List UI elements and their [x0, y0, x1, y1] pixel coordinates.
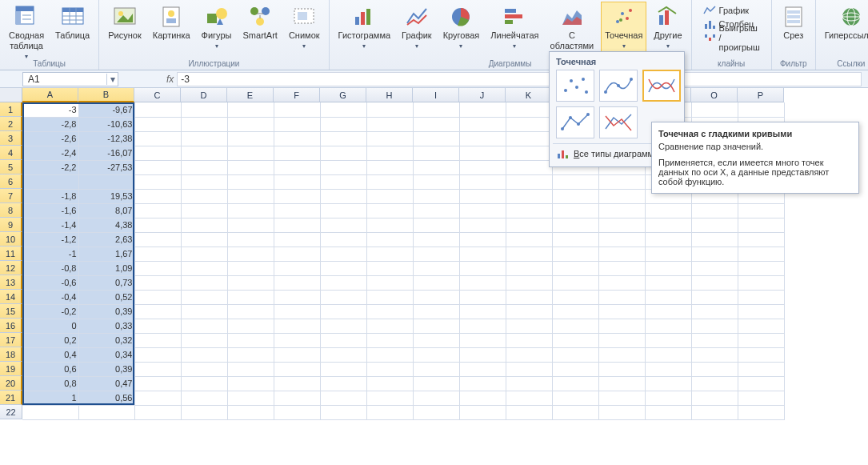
cell-A14[interactable]: -0,4: [22, 290, 78, 304]
cell-P20[interactable]: [738, 376, 784, 391]
cell-F3[interactable]: [274, 131, 320, 146]
cell-B20[interactable]: 0,47: [78, 376, 134, 391]
cell-K12[interactable]: [506, 261, 552, 275]
pivot-table-button[interactable]: Сводная таблица ▾: [5, 2, 48, 56]
cell-P11[interactable]: [738, 247, 784, 261]
cell-B2[interactable]: -10,63: [78, 117, 134, 131]
cell-I12[interactable]: [413, 261, 459, 275]
cell-C22[interactable]: [134, 405, 181, 419]
cell-K9[interactable]: [506, 218, 552, 232]
cell-E6[interactable]: [227, 174, 274, 189]
cell-G22[interactable]: [320, 405, 366, 419]
cell-O8[interactable]: [691, 203, 738, 218]
cell-J14[interactable]: [459, 290, 506, 304]
cell-F11[interactable]: [274, 247, 320, 261]
cell-D10[interactable]: [181, 232, 227, 247]
cell-B11[interactable]: 1,67: [78, 247, 134, 261]
cell-P17[interactable]: [738, 333, 784, 347]
cell-I2[interactable]: [413, 117, 459, 131]
cell-O13[interactable]: [691, 275, 738, 290]
cell-G3[interactable]: [320, 131, 366, 146]
cell-G12[interactable]: [320, 261, 366, 275]
cell-B7[interactable]: 19,53: [78, 189, 134, 203]
cell-K13[interactable]: [506, 275, 552, 290]
cell-E19[interactable]: [227, 362, 274, 376]
screenshot-button[interactable]: Снимок ▾: [285, 2, 324, 56]
cell-O19[interactable]: [691, 362, 738, 376]
picture-button[interactable]: Рисунок: [104, 2, 146, 56]
cell-B16[interactable]: 0,33: [78, 319, 134, 333]
cell-K1[interactable]: [506, 102, 552, 117]
row-header-3[interactable]: 3: [0, 131, 22, 146]
hyperlink-button[interactable]: Гиперссылка: [821, 2, 868, 56]
cell-M16[interactable]: [598, 319, 645, 333]
cell-E12[interactable]: [227, 261, 274, 275]
cell-J3[interactable]: [459, 131, 506, 146]
cell-P16[interactable]: [738, 319, 784, 333]
cell-K10[interactable]: [506, 232, 552, 247]
cell-A7[interactable]: -1,8: [22, 189, 78, 203]
cell-E4[interactable]: [227, 146, 274, 160]
scatter-smooth-markers[interactable]: [599, 70, 638, 102]
cell-F19[interactable]: [274, 362, 320, 376]
cell-B4[interactable]: -16,07: [78, 146, 134, 160]
cell-I21[interactable]: [413, 391, 459, 405]
cell-L8[interactable]: [552, 203, 598, 218]
cell-J20[interactable]: [459, 376, 506, 391]
select-all-corner[interactable]: [0, 88, 22, 102]
cell-G13[interactable]: [320, 275, 366, 290]
cell-A15[interactable]: -0,2: [22, 304, 78, 319]
cell-L6[interactable]: [552, 174, 598, 189]
cell-B12[interactable]: 1,09: [78, 261, 134, 275]
cell-D9[interactable]: [181, 218, 227, 232]
cell-E11[interactable]: [227, 247, 274, 261]
cell-C21[interactable]: [134, 391, 181, 405]
cell-J8[interactable]: [459, 203, 506, 218]
cell-D8[interactable]: [181, 203, 227, 218]
cell-G18[interactable]: [320, 347, 366, 362]
row-header-10[interactable]: 10: [0, 232, 22, 247]
cell-E10[interactable]: [227, 232, 274, 247]
cell-F1[interactable]: [274, 102, 320, 117]
cell-F14[interactable]: [274, 290, 320, 304]
cell-D21[interactable]: [181, 391, 227, 405]
row-header-9[interactable]: 9: [0, 218, 22, 232]
row-header-5[interactable]: 5: [0, 160, 22, 174]
cell-D15[interactable]: [181, 304, 227, 319]
cell-E22[interactable]: [227, 405, 274, 419]
cell-D12[interactable]: [181, 261, 227, 275]
cell-H19[interactable]: [366, 362, 413, 376]
cell-C16[interactable]: [134, 319, 181, 333]
cell-H2[interactable]: [366, 117, 413, 131]
cell-O9[interactable]: [691, 218, 738, 232]
cell-F16[interactable]: [274, 319, 320, 333]
sparkline-line-button[interactable]: График: [702, 3, 762, 17]
cell-F4[interactable]: [274, 146, 320, 160]
cell-L21[interactable]: [552, 391, 598, 405]
cell-C12[interactable]: [134, 261, 181, 275]
cell-H21[interactable]: [366, 391, 413, 405]
shapes-button[interactable]: Фигуры ▾: [198, 2, 236, 56]
cell-J19[interactable]: [459, 362, 506, 376]
table-button[interactable]: Таблица: [51, 2, 94, 56]
cell-A16[interactable]: 0: [22, 319, 78, 333]
cell-M13[interactable]: [598, 275, 645, 290]
cell-C7[interactable]: [134, 189, 181, 203]
cell-F2[interactable]: [274, 117, 320, 131]
cell-A9[interactable]: -1,4: [22, 218, 78, 232]
column-header-E[interactable]: E: [227, 88, 274, 102]
cell-C19[interactable]: [134, 362, 181, 376]
cell-J5[interactable]: [459, 160, 506, 174]
row-header-8[interactable]: 8: [0, 203, 22, 218]
cell-L7[interactable]: [552, 189, 598, 203]
cell-K2[interactable]: [506, 117, 552, 131]
cell-F15[interactable]: [274, 304, 320, 319]
cell-C18[interactable]: [134, 347, 181, 362]
cell-H14[interactable]: [366, 290, 413, 304]
cell-B18[interactable]: 0,34: [78, 347, 134, 362]
cell-J10[interactable]: [459, 232, 506, 247]
cell-P9[interactable]: [738, 218, 784, 232]
cell-J18[interactable]: [459, 347, 506, 362]
cell-P19[interactable]: [738, 362, 784, 376]
cell-M19[interactable]: [598, 362, 645, 376]
